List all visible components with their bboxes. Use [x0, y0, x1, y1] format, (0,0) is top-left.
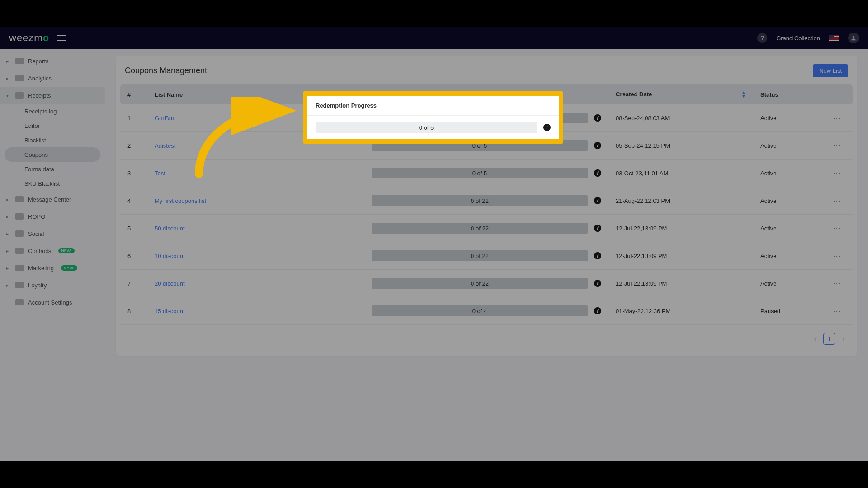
page-title: Coupons Management — [125, 66, 207, 75]
list-name-link[interactable]: GrrrBrrr — [155, 115, 175, 122]
sidebar-subitem-blacklist[interactable]: Blacklist — [0, 133, 105, 147]
col-header-date[interactable]: Created Date ▲▼ — [609, 84, 753, 104]
sidebar-item-label: Reports — [28, 58, 49, 65]
loyalty-icon — [15, 282, 24, 288]
message-icon — [15, 196, 24, 202]
list-name-link[interactable]: 15 discount — [155, 308, 185, 314]
col-header-num[interactable]: # — [120, 84, 147, 104]
row-actions-icon[interactable]: ⋯ — [833, 306, 841, 315]
side-navigation: ▸ Reports ▸ Analytics ▾ Receipts Receipt… — [0, 49, 105, 461]
cell-status: Active — [753, 242, 826, 270]
analytics-icon — [15, 75, 24, 81]
new-badge: NEW! — [58, 248, 75, 253]
cell-date: 05-Sep-24,12:15 PM — [609, 132, 753, 160]
table-row: 550 discount0 of 22i12-Jul-22,13:09 PMAc… — [120, 215, 853, 242]
sidebar-item-label: Message Center — [28, 196, 71, 203]
sidebar-item-marketing[interactable]: ▸ Marketing NEW! — [0, 259, 105, 277]
sidebar-subitem-sku-blacklist[interactable]: SKU Blacklist — [0, 176, 105, 191]
sidebar-item-message-center[interactable]: ▸ Message Center — [0, 191, 105, 208]
list-name-link[interactable]: 10 discount — [155, 253, 185, 259]
social-icon — [15, 230, 24, 237]
top-navbar: weezmo ? Grand Collection — [0, 27, 868, 49]
locale-flag-icon[interactable] — [829, 35, 839, 41]
info-icon[interactable]: i — [594, 252, 601, 259]
sidebar-item-label: Marketing — [28, 265, 54, 272]
sidebar-item-analytics[interactable]: ▸ Analytics — [0, 70, 105, 87]
sidebar-subitem-coupons[interactable]: Coupons — [5, 147, 100, 162]
app-window: weezmo ? Grand Collection ▸ Reports ▸ — [0, 27, 868, 461]
list-name-link[interactable]: Test — [155, 170, 165, 177]
info-icon[interactable]: i — [594, 280, 601, 287]
sidebar-item-account-settings[interactable]: Account Settings — [0, 294, 105, 311]
info-icon[interactable]: i — [594, 307, 601, 314]
info-icon[interactable]: i — [594, 114, 601, 122]
page-next-icon[interactable]: › — [840, 333, 847, 344]
logo-accent: o — [43, 32, 49, 43]
help-icon[interactable]: ? — [757, 33, 767, 43]
sidebar-item-label: ROPO — [28, 213, 45, 220]
sidebar-item-label: Account Settings — [28, 299, 72, 306]
row-actions-icon[interactable]: ⋯ — [833, 251, 841, 260]
row-actions-icon[interactable]: ⋯ — [833, 279, 841, 288]
info-icon[interactable]: i — [594, 169, 601, 177]
cell-status: Paused — [753, 297, 826, 325]
cell-num: 2 — [120, 132, 147, 160]
sidebar-item-ropo[interactable]: ▸ ROPO — [0, 208, 105, 225]
contacts-icon — [15, 248, 24, 254]
menu-toggle-icon[interactable] — [57, 35, 66, 41]
cell-status: Active — [753, 187, 826, 215]
row-actions-icon[interactable]: ⋯ — [833, 141, 841, 150]
sort-icon: ▲▼ — [741, 91, 746, 98]
chevron-right-icon: ▸ — [6, 283, 11, 288]
info-icon[interactable]: i — [594, 142, 601, 149]
info-icon[interactable]: i — [543, 124, 551, 131]
pagination: ‹ 1 › — [116, 325, 857, 345]
cell-date: 08-Sep-24,08:03 AM — [609, 104, 753, 132]
new-list-button[interactable]: New List — [813, 64, 848, 77]
list-name-link[interactable]: Adistest — [155, 142, 175, 149]
user-avatar-icon[interactable] — [848, 33, 859, 43]
list-name-link[interactable]: 20 discount — [155, 280, 185, 287]
sidebar-subitem-editor[interactable]: Editor — [0, 118, 105, 133]
chevron-right-icon: ▸ — [6, 197, 11, 202]
chevron-right-icon: ▸ — [6, 231, 11, 236]
gear-icon — [15, 299, 24, 305]
redemption-progress-bar: 0 of 22 — [372, 278, 588, 289]
highlight-progress-bar: 0 of 5 — [316, 122, 537, 133]
new-badge: NEW! — [61, 265, 77, 271]
row-actions-icon[interactable]: ⋯ — [833, 169, 841, 178]
marketing-icon — [15, 265, 24, 271]
cell-date: 12-Jul-22,13:09 PM — [609, 242, 753, 270]
row-actions-icon[interactable]: ⋯ — [833, 196, 841, 205]
list-name-link[interactable]: My first coupons list — [155, 197, 206, 204]
row-actions-icon[interactable]: ⋯ — [833, 113, 841, 122]
highlight-header: Redemption Progress — [307, 96, 559, 116]
sidebar-item-social[interactable]: ▸ Social — [0, 225, 105, 242]
cell-num: 1 — [120, 104, 147, 132]
logo-text: weezm — [9, 32, 43, 43]
info-icon[interactable]: i — [594, 225, 601, 232]
cell-status: Active — [753, 160, 826, 187]
info-icon[interactable]: i — [594, 197, 601, 204]
sidebar-item-receipts[interactable]: ▾ Receipts — [0, 87, 105, 104]
cell-date: 12-Jul-22,13:09 PM — [609, 215, 753, 242]
sidebar-subitem-receipts-log[interactable]: Receipts log — [0, 104, 105, 118]
account-name[interactable]: Grand Collection — [776, 35, 820, 42]
list-name-link[interactable]: 50 discount — [155, 225, 185, 232]
col-header-status[interactable]: Status — [753, 84, 826, 104]
sidebar-item-label: Receipts — [28, 92, 51, 99]
sidebar-subitem-forms-data[interactable]: Forms data — [0, 162, 105, 176]
redemption-progress-bar: 0 of 22 — [372, 223, 588, 234]
sidebar-item-loyalty[interactable]: ▸ Loyalty — [0, 277, 105, 294]
sidebar-item-label: Analytics — [28, 75, 52, 82]
page-prev-icon[interactable]: ‹ — [811, 333, 819, 344]
row-actions-icon[interactable]: ⋯ — [833, 224, 841, 233]
cell-date: 21-Aug-22,12:03 PM — [609, 187, 753, 215]
table-row: 3Test0 of 5i03-Oct-23,11:01 AMActive⋯ — [120, 160, 853, 187]
sidebar-item-contacts[interactable]: ▸ Contacts NEW! — [0, 242, 105, 259]
brand-logo: weezmo — [9, 32, 49, 44]
page-number[interactable]: 1 — [823, 333, 835, 345]
sidebar-item-reports[interactable]: ▸ Reports — [0, 52, 105, 70]
cell-num: 7 — [120, 270, 147, 297]
ropo-icon — [15, 213, 24, 220]
